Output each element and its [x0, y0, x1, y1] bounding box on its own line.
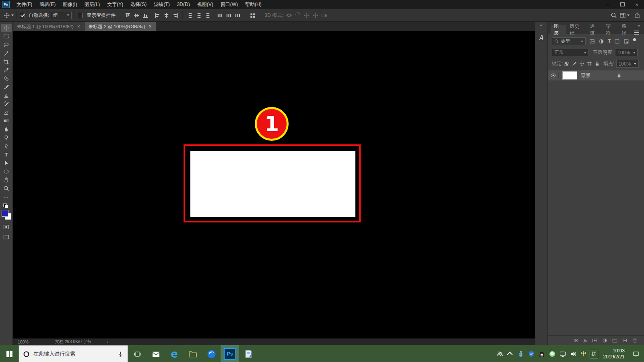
dodge-tool[interactable] [1, 134, 12, 142]
action-center-icon[interactable] [628, 351, 644, 357]
close-button[interactable]: × [630, 0, 644, 9]
character-panel-icon[interactable]: A [539, 34, 544, 42]
menu-view[interactable]: 视图(V) [194, 0, 217, 9]
filter-smart-objects-icon[interactable] [623, 39, 629, 44]
menu-file[interactable]: 文件(F) [13, 0, 36, 9]
minimize-button[interactable]: – [601, 0, 615, 9]
marquee-tool[interactable] [1, 32, 12, 40]
brush-tool[interactable] [1, 83, 12, 91]
menu-edit[interactable]: 编辑(E) [36, 0, 59, 9]
tool-preset-caret-icon[interactable] [11, 14, 14, 16]
close-icon[interactable]: × [149, 24, 152, 29]
collapse-dock-icon[interactable]: » [638, 23, 640, 28]
share-icon[interactable] [633, 11, 642, 20]
menu-image[interactable]: 图像(I) [59, 0, 80, 9]
auto-select-checkbox[interactable] [20, 13, 25, 18]
opacity-dropdown[interactable]: 100% [615, 49, 638, 56]
distribute-horizontal-center-button[interactable] [224, 11, 233, 20]
gradient-tool[interactable] [1, 117, 12, 125]
document-tab-1[interactable]: 未标题-1 @ 100%(RGB/8#) × [13, 22, 84, 31]
filter-pixel-layers-icon[interactable] [589, 39, 595, 44]
layer-style-button[interactable]: fx [584, 338, 587, 343]
lock-all-icon[interactable] [594, 61, 600, 66]
status-chevron-icon[interactable]: › [107, 339, 108, 344]
display-icon[interactable] [557, 351, 568, 357]
link-layers-button[interactable] [574, 338, 579, 343]
file-explorer-button[interactable] [184, 345, 202, 362]
collapse-panels-icon[interactable]: « [540, 23, 543, 27]
filter-adjustment-layers-icon[interactable] [599, 39, 604, 44]
task-view-button[interactable] [128, 345, 147, 362]
lock-transparency-icon[interactable] [564, 61, 569, 66]
align-left-button[interactable] [153, 11, 162, 20]
pen-tool[interactable] [1, 142, 12, 150]
distribute-bottom-button[interactable] [203, 11, 212, 20]
align-vertical-center-button[interactable] [132, 11, 141, 20]
filter-shape-layers-icon[interactable] [614, 39, 620, 44]
foreground-color-swatch[interactable] [2, 210, 8, 217]
delete-layer-button[interactable] [632, 338, 638, 343]
security-shield-icon[interactable] [526, 351, 537, 357]
distribute-top-button[interactable] [186, 11, 194, 20]
layer-thumbnail[interactable] [562, 71, 577, 80]
path-selection-tool[interactable] [1, 159, 12, 167]
workspace-caret-icon[interactable] [627, 14, 630, 16]
layer-filter-toggle[interactable] [633, 38, 636, 41]
tab-character[interactable]: 字符 [603, 25, 618, 34]
blur-tool[interactable] [1, 125, 12, 133]
menu-help[interactable]: 帮助(H) [242, 0, 265, 9]
microphone-icon[interactable] [118, 351, 124, 357]
shape-tool[interactable] [1, 167, 12, 175]
ime-language-indicator[interactable]: 中 [578, 350, 589, 358]
start-button[interactable] [0, 345, 19, 362]
people-icon[interactable] [495, 351, 505, 357]
distribute-vertical-center-button[interactable] [194, 11, 203, 20]
distribute-left-button[interactable] [215, 11, 224, 20]
menu-layer[interactable]: 图层(L) [81, 0, 104, 9]
usb-device-icon[interactable] [516, 351, 526, 357]
align-horizontal-center-button[interactable] [162, 11, 171, 20]
blend-mode-dropdown[interactable]: 正常 [552, 49, 589, 56]
hidden-icons-chevron[interactable] [505, 352, 516, 356]
show-transform-checkbox[interactable] [78, 13, 83, 18]
tab-layers[interactable]: 图层 [551, 25, 566, 34]
tab-channels[interactable]: 通道 [587, 25, 602, 34]
align-bottom-button[interactable] [141, 11, 150, 20]
photoshop-taskbar-button[interactable]: Ps [221, 345, 239, 362]
new-adjustment-layer-button[interactable] [602, 338, 607, 343]
document-tab-2[interactable]: 未标题-2 @ 100%(RGB/8#) × [85, 22, 156, 31]
lock-position-icon[interactable] [579, 61, 584, 66]
ime-mode-indicator[interactable]: 拼 [589, 350, 599, 358]
filter-type-layers-icon[interactable]: T [608, 39, 611, 44]
taskbar-clock[interactable]: 10:03 2019/2/21 [599, 348, 628, 360]
wechat-icon[interactable] [547, 351, 557, 357]
quick-mask-button[interactable] [1, 223, 12, 231]
tab-history[interactable]: 历史记 [566, 25, 586, 34]
restore-button[interactable] [615, 0, 630, 9]
distribute-right-button[interactable] [233, 11, 242, 20]
new-group-button[interactable] [612, 338, 617, 343]
layer-row-background[interactable]: 背景 [548, 70, 644, 80]
spot-healing-tool[interactable] [1, 74, 12, 82]
hand-tool[interactable] [1, 176, 12, 184]
new-layer-button[interactable] [622, 338, 627, 343]
default-colors-icon[interactable] [3, 204, 10, 208]
volume-icon[interactable] [568, 351, 578, 357]
menu-3d[interactable]: 3D(D) [173, 0, 194, 9]
lock-pixels-icon[interactable] [572, 61, 577, 66]
edit-toolbar-button[interactable]: ••• [1, 193, 12, 201]
panel-menu-icon[interactable] [634, 31, 639, 31]
layer-visibility-toggle[interactable] [548, 72, 559, 78]
align-top-button[interactable] [123, 11, 132, 20]
layer-filter-dropdown[interactable]: 类型 [552, 37, 586, 45]
zoom-tool[interactable] [1, 184, 12, 192]
qq-browser-button[interactable] [202, 345, 221, 362]
align-distribute-button[interactable] [248, 11, 257, 20]
menu-window[interactable]: 窗口(W) [217, 0, 242, 9]
fill-dropdown[interactable]: 100% [616, 60, 639, 68]
menu-filter[interactable]: 滤镜(T) [150, 0, 173, 9]
screen-mode-button[interactable] [1, 233, 12, 241]
crop-tool[interactable] [1, 58, 12, 66]
align-right-button[interactable] [171, 11, 180, 20]
taskbar-search-box[interactable]: 在此键入进行搜索 [19, 345, 128, 362]
